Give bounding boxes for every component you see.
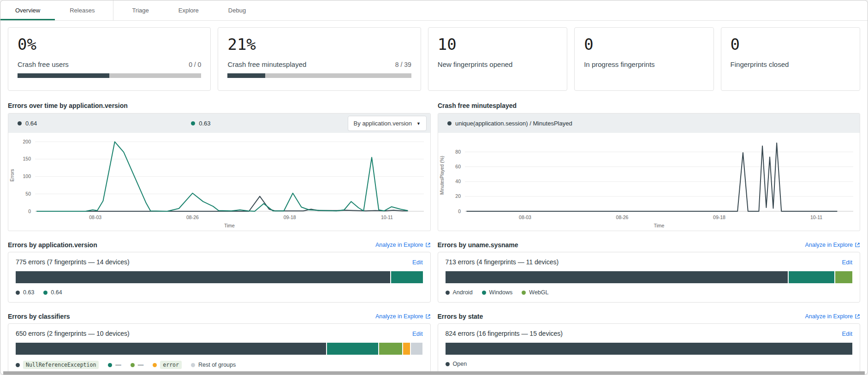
series-dot — [153, 363, 157, 367]
analyze-in-explore-link[interactable]: Analyze in Explore — [375, 313, 431, 320]
breakdown-title: Errors by classifiers — [8, 313, 70, 320]
stat-card-crash-free-minutesplayed: 21% Crash free minutesplayed 8 / 39 — [218, 27, 421, 91]
series-dot — [108, 363, 112, 367]
legend-item: 0.64 — [43, 289, 62, 296]
breakdown-title: Errors by state — [438, 313, 483, 320]
analyze-in-explore-link[interactable]: Analyze in Explore — [805, 313, 860, 320]
svg-text:0: 0 — [28, 208, 31, 214]
stacked-bar — [446, 271, 853, 283]
progress-bar — [227, 73, 411, 78]
series-dot — [191, 121, 195, 125]
legend-label: — — [138, 362, 144, 368]
stat-label: In progress fingerprints — [584, 60, 654, 68]
errors-over-time-section: Errors over time by application.version … — [8, 102, 431, 231]
edit-button[interactable]: Edit — [842, 259, 852, 266]
breakdown-legend: 0.630.64 — [16, 289, 423, 296]
edit-button[interactable]: Edit — [412, 259, 422, 266]
legend-label: 0.64 — [25, 120, 37, 127]
tab-triage[interactable]: Triage — [117, 0, 163, 20]
svg-text:0: 0 — [458, 208, 461, 214]
svg-text:08-26: 08-26 — [186, 214, 199, 220]
stat-label: Crash free minutesplayed — [227, 60, 306, 68]
link-label: Analyze in Explore — [375, 313, 423, 320]
stat-value: 10 — [438, 36, 558, 53]
stat-card-fingerprints-closed: 0 Fingerprints closed — [721, 27, 860, 91]
svg-text:20: 20 — [455, 193, 461, 199]
bar-segment — [16, 343, 326, 355]
stat-card-new-fingerprints: 10 New fingerprints opened — [428, 27, 567, 91]
legend-label: 0.63 — [23, 289, 34, 296]
bar-segment — [789, 271, 834, 283]
series-dot — [16, 291, 20, 295]
bottom-scroll-strip — [3, 371, 865, 375]
legend-label: unique(application.session) / MinutesPla… — [455, 120, 572, 127]
legend-label: Rest of groups — [198, 362, 236, 368]
stat-label: Crash free users — [18, 60, 69, 68]
series-dot — [18, 121, 22, 125]
legend-item: WebGL — [522, 289, 548, 296]
stat-value: 0 — [731, 36, 850, 53]
svg-text:200: 200 — [23, 139, 31, 144]
svg-text:Time: Time — [654, 223, 665, 228]
svg-text:10-11: 10-11 — [381, 214, 393, 220]
breakdown-summary: 775 errors (7 fingerprints — 14 devices) — [16, 258, 130, 266]
series-dot — [522, 291, 526, 295]
tab-releases[interactable]: Releases — [55, 0, 109, 20]
legend-item: Windows — [482, 289, 513, 296]
bar-segment — [446, 271, 788, 283]
tab-explore[interactable]: Explore — [164, 0, 214, 20]
svg-text:Errors: Errors — [10, 169, 15, 181]
breakdown-summary: 713 errors (4 fingerprints — 11 devices) — [446, 258, 559, 266]
stat-value: 0% — [18, 36, 201, 53]
edit-button[interactable]: Edit — [842, 330, 852, 337]
series-dot — [447, 121, 452, 125]
breakdown-legend: Open — [446, 361, 853, 367]
breakdown-card: 650 errors (2 fingerprints — 10 devices)… — [8, 323, 431, 375]
legend-item: — — [108, 362, 121, 368]
legend-item-0.63[interactable]: 0.63 — [191, 120, 210, 127]
breakdown-summary: 824 errors (16 fingerprints — 15 devices… — [446, 330, 563, 337]
breakdown-card: 824 errors (16 fingerprints — 15 devices… — [438, 323, 861, 374]
analyze-in-explore-link[interactable]: Analyze in Explore — [375, 242, 431, 248]
svg-text:08-26: 08-26 — [616, 214, 629, 220]
chevron-down-icon: ▼ — [416, 121, 421, 126]
legend-item: 0.63 — [16, 289, 34, 296]
legend-item-0.64[interactable]: 0.64 — [18, 120, 191, 127]
progress-bar — [18, 73, 201, 78]
dropdown-value: By application.version — [354, 120, 412, 127]
svg-text:Time: Time — [224, 223, 235, 228]
errors-by-state-section: Errors by state Analyze in Explore 824 e… — [438, 313, 861, 375]
legend-label: — — [115, 362, 121, 368]
legend-item: Android — [446, 289, 473, 296]
legend-label: Android — [453, 289, 473, 296]
edit-button[interactable]: Edit — [412, 330, 422, 337]
bar-segment — [327, 343, 378, 355]
stat-ratio: 0 / 0 — [189, 61, 201, 68]
legend-label: 0.64 — [51, 289, 62, 296]
tab-debug[interactable]: Debug — [214, 0, 261, 20]
errors-over-time-plot: 05010015020008-0308-2609-1810-11TimeErro… — [8, 133, 430, 231]
legend-label: Windows — [489, 289, 513, 296]
svg-text:MinutesPlayed (%): MinutesPlayed (%) — [440, 156, 445, 195]
series-dot — [131, 363, 135, 367]
group-by-dropdown[interactable]: By application.version ▼ — [348, 116, 427, 131]
stacked-bar — [446, 343, 853, 355]
external-link-icon — [425, 242, 431, 248]
svg-text:50: 50 — [25, 191, 31, 196]
tab-overview[interactable]: Overview — [0, 0, 55, 20]
tab-bar: Overview Releases Triage Explore Debug — [0, 0, 868, 21]
stats-row: 0% Crash free users 0 / 0 21% Crash free… — [8, 27, 860, 91]
series-dot — [43, 291, 48, 295]
crash-free-minutesplayed-section: Crash free minutesplayed unique(applicat… — [438, 102, 860, 231]
bar-segment — [446, 343, 853, 355]
svg-text:100: 100 — [23, 173, 31, 179]
legend-item-unique-session[interactable]: unique(application.session) / MinutesPla… — [447, 120, 572, 127]
legend-label: 0.63 — [199, 120, 210, 127]
errors-by-uname-sysname-section: Errors by uname.sysname Analyze in Explo… — [438, 241, 861, 303]
svg-text:10-11: 10-11 — [810, 214, 822, 220]
analyze-in-explore-link[interactable]: Analyze in Explore — [805, 242, 860, 248]
breakdown-legend: NullReferenceException——errorRest of gro… — [16, 361, 423, 369]
svg-text:150: 150 — [23, 156, 31, 161]
bar-segment — [403, 343, 410, 355]
stat-label: New fingerprints opened — [438, 60, 513, 68]
